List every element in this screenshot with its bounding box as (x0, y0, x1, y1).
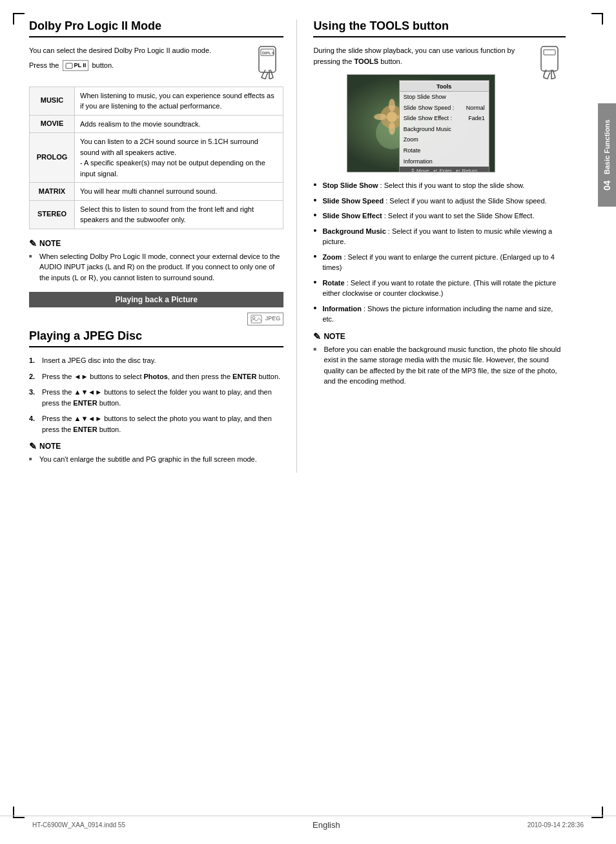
svg-point-11 (387, 112, 397, 122)
svg-point-13 (389, 122, 395, 135)
tools-title: Using the TOOLS button (313, 19, 566, 37)
note-pen-icon: ✎ (29, 238, 37, 249)
dolby-title: Dolby Pro Logic II Mode (29, 19, 283, 37)
jpeg-badge: JPEG (247, 313, 283, 325)
chapter-title: Basic Functions (603, 119, 611, 174)
tools-menu-overlay: Tools Stop Slide Show Slide Show Speed :… (399, 80, 489, 172)
dolby-section: Dolby Pro Logic II Mode DIPL II (29, 19, 283, 465)
dolby-mode-cell: STEREO (30, 200, 75, 229)
steps-list: 1.Insert a JPEG disc into the disc tray.… (29, 355, 283, 435)
dolby-mode-cell: PROLOG (30, 133, 75, 183)
tools-desc: During the slide show playback, you can … (313, 45, 566, 67)
dolby-remote-icon: DIPL II (251, 45, 283, 84)
step-item: 3.Press the ▲▼◄► buttons to select the f… (29, 387, 283, 408)
jpeg-note-title: ✎ NOTE (29, 441, 283, 451)
dolby-desc-cell: When listening to music, you can experie… (75, 87, 283, 115)
tool-bullet-item: Slide Show Effect : Select if you want t… (313, 211, 566, 221)
jpeg-note-text: You can't enlarge the subtitle and PG gr… (29, 454, 283, 465)
step-item: 4.Press the ▲▼◄► buttons to select the p… (29, 413, 283, 435)
dolby-desc-cell: You can listen to a 2CH sound source in … (75, 133, 283, 183)
dolby-desc: You can select the desired Dolby Pro Log… (29, 45, 283, 56)
tool-bullet-item: Stop Slide Show : Select this if you wan… (313, 180, 566, 191)
tools-item-music: Background Music (400, 124, 489, 135)
left-column: Dolby Pro Logic II Mode DIPL II (29, 19, 297, 473)
tools-note-title: ✎ NOTE (313, 331, 566, 342)
tool-bullet-item: Rotate : Select if you want to rotate th… (313, 278, 566, 299)
tools-item-stop: Stop Slide Show (400, 92, 489, 103)
tools-footer-nav: ⇕ Move ↵ Enter ↩ Return (400, 167, 489, 172)
footer-language: English (313, 820, 340, 830)
tools-note: ✎ NOTE Before you can enable the backgro… (313, 331, 566, 387)
page-wrapper: 04 Basic Functions Dolby Pro Logic II Mo… (0, 0, 616, 844)
svg-rect-7 (544, 50, 555, 55)
dolby-mode-cell: MOVIE (30, 115, 75, 133)
tools-note-text: Before you can enable the background mus… (313, 344, 566, 387)
page-footer: HT-C6900W_XAA_0914.indd 55 English 2010-… (0, 816, 616, 830)
tools-menu-title: Tools (400, 82, 489, 92)
tools-bg-image: Tools Stop Slide Show Slide Show Speed :… (347, 75, 495, 172)
right-column: Using the TOOLS button During the slide … (297, 19, 566, 473)
dolby-mode-cell: MATRIX (30, 183, 75, 201)
tools-item-speed: Slide Show Speed :Normal (400, 103, 489, 114)
tools-note-pen-icon: ✎ (313, 331, 321, 342)
tools-remote-icon (533, 45, 566, 84)
tool-bullet-item: Background Music : Select if you want to… (313, 226, 566, 247)
tools-item-zoom: Zoom (400, 134, 489, 145)
dolby-modes-table: MUSICWhen listening to music, you can ex… (29, 87, 283, 229)
footer-file: HT-C6900W_XAA_0914.indd 55 (32, 821, 125, 829)
tool-bullet-item: Information : Shows the picture informat… (313, 304, 566, 325)
jpeg-icon-area: JPEG (29, 313, 283, 325)
step-item: 1.Insert a JPEG disc into the disc tray. (29, 355, 283, 366)
corner-mark-tl (13, 13, 25, 25)
tools-item-info: Information (400, 156, 489, 167)
dolby-press-text: Press the PL II button. (29, 60, 283, 72)
dolby-desc-cell: Select this to listen to sound from the … (75, 200, 283, 229)
jpeg-title: Playing a JPEG Disc (29, 329, 283, 347)
tools-item-effect: Slide Show Effect :Fade1 (400, 113, 489, 124)
svg-point-14 (374, 114, 387, 120)
dolby-desc-area: DIPL II You can select the desired Dolby… (29, 45, 283, 71)
svg-text:DIPL II: DIPL II (262, 51, 274, 55)
chapter-tab: 04 Basic Functions (598, 103, 616, 207)
tool-bullet-item: Slide Show Speed : Select if you want to… (313, 196, 566, 207)
tools-screenshot: Tools Stop Slide Show Slide Show Speed :… (347, 74, 495, 172)
svg-rect-3 (66, 63, 72, 68)
dolby-desc-cell: You will hear multi channel surround sou… (75, 183, 283, 201)
corner-mark-tr (591, 13, 603, 25)
dolby-mode-cell: MUSIC (30, 87, 75, 115)
svg-point-12 (389, 99, 395, 112)
svg-rect-0 (259, 46, 276, 72)
tools-desc-area: During the slide show playback, you can … (313, 45, 566, 67)
tools-item-rotate: Rotate (400, 145, 489, 156)
step-item: 2.Press the ◄► buttons to select Photos,… (29, 371, 283, 382)
jpeg-note: ✎ NOTE You can't enlarge the subtitle an… (29, 441, 283, 465)
tool-bullet-item: Zoom : Select if you want to enlarge the… (313, 252, 566, 273)
tools-bullets: Stop Slide Show : Select this if you wan… (313, 180, 566, 325)
pl-button: PL II (63, 60, 89, 72)
content-area: Dolby Pro Logic II Mode DIPL II (0, 0, 598, 492)
dolby-note-text: When selecting Dolby Pro Logic II mode, … (29, 251, 283, 283)
chapter-number: 04 (602, 181, 612, 191)
dolby-desc-cell: Adds realism to the movie soundtrack. (75, 115, 283, 133)
dolby-note: ✎ NOTE When selecting Dolby Pro Logic II… (29, 238, 283, 283)
dolby-note-title: ✎ NOTE (29, 238, 283, 249)
jpeg-note-pen-icon: ✎ (29, 441, 37, 451)
footer-date: 2010-09-14 2:28:36 (528, 821, 584, 829)
playing-banner: Playing back a Picture (29, 292, 283, 307)
